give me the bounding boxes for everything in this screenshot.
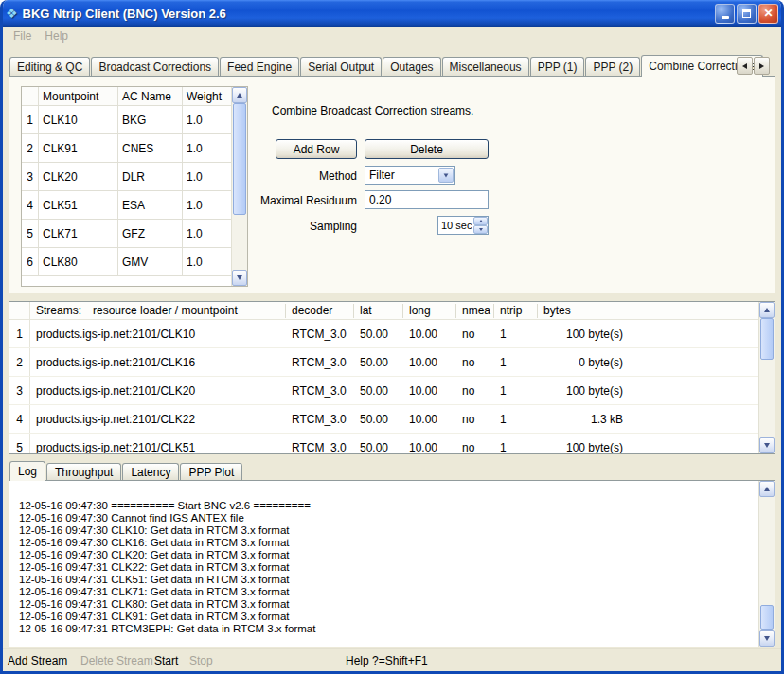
ac-name-cell[interactable]: CNES <box>118 134 183 162</box>
delete-stream-action[interactable]: Delete Stream <box>80 654 153 667</box>
nmea-cell: no <box>456 384 494 398</box>
maximize-button[interactable] <box>737 4 757 24</box>
method-select[interactable]: Filter <box>365 166 455 185</box>
scroll-up-button[interactable] <box>232 87 247 103</box>
tab-serial-output[interactable]: Serial Output <box>300 57 382 76</box>
col-resource: Streams: resource loader / mountpoint <box>30 304 286 318</box>
start-action[interactable]: Start <box>154 654 178 667</box>
menu-file[interactable]: File <box>7 27 38 44</box>
scroll-down-button[interactable] <box>759 630 775 647</box>
scrollbar-thumb[interactable] <box>760 318 774 360</box>
scroll-down-button[interactable] <box>232 270 247 286</box>
weight-cell[interactable]: 1.0 <box>183 248 231 275</box>
combine-corrections-panel: Mountpoint AC Name Weight 1 CLK10 BKG 1.… <box>9 76 775 293</box>
spin-up-button[interactable] <box>473 217 488 225</box>
tab-latency[interactable]: Latency <box>122 463 179 480</box>
nmea-cell: no <box>456 413 494 426</box>
tab-feed-engine[interactable]: Feed Engine <box>220 57 299 76</box>
ac-name-cell[interactable]: BKG <box>118 106 183 133</box>
tab-ppp-2[interactable]: PPP (2) <box>585 57 640 76</box>
scrollbar-track[interactable] <box>232 103 247 270</box>
add-row-button[interactable]: Add Row <box>276 139 357 159</box>
tab-editing-qc[interactable]: Editing & QC <box>9 57 90 76</box>
sampling-label: Sampling <box>9 220 357 233</box>
minimize-button[interactable] <box>715 4 735 24</box>
long-cell: 10.00 <box>403 356 456 369</box>
mountpoint-cell[interactable]: CLK80 <box>39 248 118 275</box>
log-line: 12-05-16 09:47:30 Cannot find IGS ANTEX … <box>19 512 758 524</box>
close-button[interactable]: ✕ <box>758 4 778 24</box>
bytes-cell: 100 byte(s) <box>538 384 758 398</box>
lat-cell: 50.00 <box>354 441 403 454</box>
stream-row[interactable]: 4 products.igs-ip.net:2101/CLK22 RTCM_3.… <box>9 405 758 434</box>
stream-row[interactable]: 5 products.igs-ip.net:2101/CLK51 RTCM_3.… <box>9 434 758 453</box>
stream-row[interactable]: 1 products.igs-ip.net:2101/CLK10 RTCM_3.… <box>9 320 758 348</box>
long-cell: 10.00 <box>403 384 456 398</box>
tab-throughput[interactable]: Throughput <box>46 463 121 480</box>
col-decoder: decoder <box>286 304 354 318</box>
minimize-icon <box>722 16 729 19</box>
combination-table-header: Mountpoint AC Name Weight <box>22 87 231 106</box>
row-number: 4 <box>9 405 30 433</box>
row-number: 1 <box>22 106 39 133</box>
mountpoint-cell[interactable]: CLK10 <box>39 106 118 133</box>
scrollbar-track[interactable] <box>759 318 775 437</box>
tab-scroll-right-button[interactable] <box>754 57 770 75</box>
combo-dropdown-button[interactable] <box>438 168 454 183</box>
weight-cell[interactable]: 1.0 <box>183 134 231 162</box>
arrow-up-icon <box>479 220 483 222</box>
menu-help[interactable]: Help <box>38 27 75 44</box>
spin-down-button[interactable] <box>473 225 488 234</box>
col-bytes: bytes <box>538 304 758 318</box>
tab-ppp-1[interactable]: PPP (1) <box>530 57 585 76</box>
ntrip-cell: 1 <box>494 413 538 426</box>
lat-cell: 50.00 <box>354 413 403 426</box>
decoder-cell: RTCM_3.0 <box>286 384 354 398</box>
col-nmea: nmea <box>456 304 494 318</box>
chevron-left-icon <box>742 63 747 69</box>
ntrip-cell: 1 <box>494 441 538 454</box>
resource-cell: products.igs-ip.net:2101/CLK16 <box>30 356 286 369</box>
tab-outages[interactable]: Outages <box>383 57 440 76</box>
scroll-up-button[interactable] <box>759 302 775 318</box>
delete-button[interactable]: Delete <box>365 139 489 159</box>
tab-log[interactable]: Log <box>9 461 45 481</box>
scrollbar-thumb[interactable] <box>760 605 774 630</box>
mountpoint-cell[interactable]: CLK91 <box>39 134 118 162</box>
ac-name-cell[interactable]: GMV <box>118 248 183 275</box>
scrollbar-track[interactable] <box>759 497 775 630</box>
arrow-down-icon <box>479 228 483 231</box>
scroll-up-button[interactable] <box>759 481 775 497</box>
table-row[interactable]: 1 CLK10 BKG 1.0 <box>22 106 231 134</box>
tab-miscellaneous[interactable]: Miscellaneous <box>442 57 529 76</box>
streams-table-header: Streams: resource loader / mountpoint de… <box>9 302 758 320</box>
log-line: 12-05-16 09:47:31 CLK51: Get data in RTC… <box>19 574 758 586</box>
menubar: File Help <box>3 27 781 45</box>
residuum-input[interactable] <box>365 190 489 209</box>
log-line: 12-05-16 09:47:31 CLK71: Get data in RTC… <box>19 586 758 598</box>
sampling-value: 10 sec <box>438 220 473 231</box>
arrow-up-icon <box>237 93 242 98</box>
table-row[interactable]: 2 CLK91 CNES 1.0 <box>22 134 231 163</box>
scroll-down-button[interactable] <box>759 437 775 453</box>
resource-cell: products.igs-ip.net:2101/CLK10 <box>30 328 286 341</box>
add-stream-action[interactable]: Add Stream <box>8 654 67 667</box>
tab-broadcast-corrections[interactable]: Broadcast Corrections <box>91 57 219 76</box>
row-number: 3 <box>9 377 30 404</box>
decoder-cell: RTCM_3.0 <box>286 441 354 454</box>
window-controls: ✕ <box>715 4 778 24</box>
tab-scroll-left-button[interactable] <box>737 57 753 75</box>
sampling-spinner[interactable]: 10 sec <box>437 216 489 235</box>
resource-cell: products.igs-ip.net:2101/CLK51 <box>30 441 286 454</box>
stop-action[interactable]: Stop <box>189 654 213 667</box>
col-long: long <box>403 304 456 318</box>
stream-row[interactable]: 2 products.igs-ip.net:2101/CLK16 RTCM_3.… <box>9 348 758 377</box>
streams-scrollbar <box>758 302 775 453</box>
tabbar: Editing & QC Broadcast Corrections Feed … <box>9 55 764 76</box>
log-line: 12-05-16 09:47:30 CLK10: Get data in RTC… <box>19 524 758 537</box>
table-row[interactable]: 6 CLK80 GMV 1.0 <box>22 248 231 276</box>
weight-cell[interactable]: 1.0 <box>183 106 231 133</box>
tab-ppp-plot[interactable]: PPP Plot <box>180 463 242 480</box>
bytes-cell: 0 byte(s) <box>538 356 758 369</box>
stream-row[interactable]: 3 products.igs-ip.net:2101/CLK20 RTCM_3.… <box>9 377 758 405</box>
